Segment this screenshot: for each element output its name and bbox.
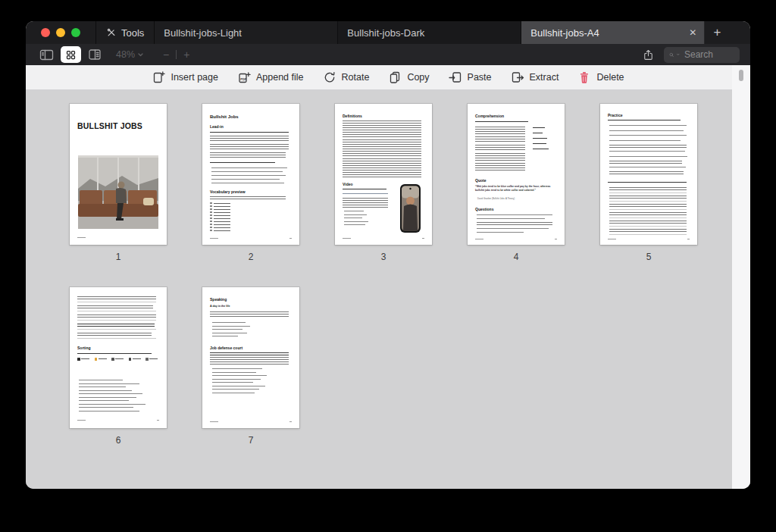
zoom-level-dropdown[interactable]: 48% xyxy=(116,49,143,60)
scrollbar-thumb[interactable] xyxy=(739,70,743,81)
page-7[interactable]: Speaking A day in the life Job defense c… xyxy=(202,287,299,428)
page-number: 1 xyxy=(70,252,167,262)
minimize-window-button[interactable] xyxy=(56,28,65,37)
thumbnail-page-5: Practice xyxy=(600,104,697,262)
section-heading: Questions xyxy=(475,208,493,211)
footer-text xyxy=(210,421,218,422)
rotate-icon xyxy=(323,70,336,84)
tab-label: Bullshit-jobs-A4 xyxy=(530,27,599,39)
section-heading: Video xyxy=(343,183,353,186)
page-4[interactable]: Comprehension Quote “Shit jobs tend to b… xyxy=(468,104,565,245)
thumbnail-page-3: Definitions Video xyxy=(335,104,432,262)
view-toolbar: 48% − + xyxy=(26,44,750,65)
tab-bullshit-jobs-light[interactable]: Bullshit-jobs-Light xyxy=(155,21,338,44)
section-heading: Speaking xyxy=(210,298,227,302)
footer-text xyxy=(77,237,86,238)
search-field[interactable] xyxy=(664,47,740,63)
page-view-icon[interactable] xyxy=(88,49,102,61)
section-heading: Comprehension xyxy=(475,114,504,118)
footer-page-number xyxy=(555,239,557,239)
tab-label: Bullshit-jobs-Dark xyxy=(347,27,424,39)
thumbnail-page-4: Comprehension Quote “Shit jobs tend to b… xyxy=(468,104,565,262)
footer-page-number xyxy=(289,238,292,239)
delete-button[interactable]: Delete xyxy=(573,68,628,86)
section-heading: Sorting xyxy=(77,346,91,350)
footer-page-number xyxy=(157,420,159,421)
page-number: 6 xyxy=(70,435,167,446)
insert-page-icon xyxy=(152,70,165,84)
thumbnail-grid: BULLSHIT JOBS xyxy=(26,89,750,489)
footer-text xyxy=(475,239,483,239)
page-number: 7 xyxy=(202,435,299,446)
divider xyxy=(176,50,177,59)
zoom-controls: − + xyxy=(163,49,189,61)
tools-icon xyxy=(106,27,117,38)
page-number: 2 xyxy=(202,252,299,262)
tools-button[interactable]: Tools xyxy=(96,21,154,44)
scrollbar-track[interactable] xyxy=(732,65,750,489)
thumbnail-view-button[interactable] xyxy=(61,46,81,63)
tools-label: Tools xyxy=(121,27,144,39)
chevron-down-icon xyxy=(138,53,143,57)
doc-title: Bullshit Jobs xyxy=(210,114,239,119)
traffic-lights xyxy=(26,21,95,44)
grid-view-icon xyxy=(65,49,77,61)
insert-page-button[interactable]: Insert page xyxy=(147,68,223,86)
cover-photo xyxy=(78,155,158,229)
sidebar-toggle-icon[interactable] xyxy=(39,49,54,61)
page-number: 5 xyxy=(600,252,697,262)
footer-text xyxy=(608,239,616,239)
delete-trash-icon xyxy=(577,70,591,84)
tab-bullshit-jobs-dark[interactable]: Bullshit-jobs-Dark xyxy=(338,21,521,44)
extract-button[interactable]: Extract xyxy=(506,68,564,86)
app-window: Tools Bullshit-jobs-Light Bullshit-jobs-… xyxy=(26,21,750,489)
zoom-level-value: 48% xyxy=(116,49,135,60)
extract-icon xyxy=(511,70,524,84)
section-heading: Vocabulary preview xyxy=(210,190,246,194)
footer-text xyxy=(210,238,218,239)
append-file-button[interactable]: PDF Append file xyxy=(233,68,308,86)
footer-text xyxy=(77,420,86,421)
page-title: BULLSHIT JOBS xyxy=(77,122,142,130)
quote-attribution: David Graeber (Bullshit Jobs: A Theory) xyxy=(477,198,515,200)
video-phone-image xyxy=(400,184,421,233)
thumbnail-page-7: Speaking A day in the life Job defense c… xyxy=(202,287,299,446)
page-1[interactable]: BULLSHIT JOBS xyxy=(70,104,167,245)
page-3[interactable]: Definitions Video xyxy=(335,104,432,245)
page-number: 4 xyxy=(468,252,565,262)
paste-button[interactable]: Paste xyxy=(444,68,496,86)
zoom-window-button[interactable] xyxy=(71,28,80,37)
search-icon xyxy=(669,51,674,59)
sub-heading: A day in the life xyxy=(210,305,230,308)
copy-button[interactable]: Copy xyxy=(383,68,433,86)
new-tab-button[interactable]: + xyxy=(705,21,729,44)
page-actions-bar: Insert page PDF Append file Rotate Copy xyxy=(26,65,750,90)
share-icon[interactable] xyxy=(643,49,654,61)
close-tab-icon[interactable]: ✕ xyxy=(689,27,696,38)
section-heading: Job defense court xyxy=(210,346,242,350)
rotate-button[interactable]: Rotate xyxy=(318,68,374,86)
page-2[interactable]: Bullshit Jobs Lead-in Vocabulary preview xyxy=(202,104,299,245)
search-input[interactable] xyxy=(683,49,734,61)
thumbnail-page-6: Sorting xyxy=(70,287,167,446)
footer-page-number xyxy=(289,421,292,422)
append-file-icon: PDF xyxy=(237,70,251,84)
close-window-button[interactable] xyxy=(41,28,50,37)
footer-page-number xyxy=(687,239,690,239)
thumbnail-page-2: Bullshit Jobs Lead-in Vocabulary preview xyxy=(202,104,299,262)
tab-bullshit-jobs-a4[interactable]: Bullshit-jobs-A4 ✕ xyxy=(521,21,705,44)
section-heading: Quote xyxy=(475,179,486,183)
zoom-in-button[interactable]: + xyxy=(183,49,189,61)
chevron-down-icon xyxy=(677,53,680,56)
svg-text:PDF: PDF xyxy=(240,77,247,81)
job-category-icons xyxy=(77,358,158,361)
footer-text xyxy=(343,238,351,239)
copy-icon xyxy=(388,70,402,84)
footer-page-number xyxy=(422,238,424,239)
thumbnail-page-1: BULLSHIT JOBS xyxy=(70,104,167,262)
quote-text: “Shit jobs tend to be blue collar and pa… xyxy=(475,185,552,193)
zoom-out-button[interactable]: − xyxy=(163,49,169,61)
page-6[interactable]: Sorting xyxy=(70,287,167,428)
page-5[interactable]: Practice xyxy=(600,104,697,245)
section-heading: Practice xyxy=(608,114,622,117)
